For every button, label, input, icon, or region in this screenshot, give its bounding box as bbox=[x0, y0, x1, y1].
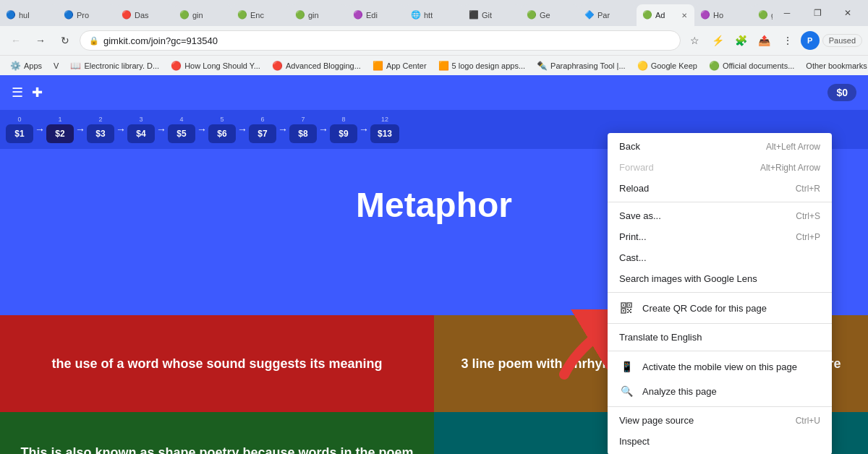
step-box-9[interactable]: $9 bbox=[330, 124, 357, 143]
menu-item-mobile[interactable]: 📱 Activate the mobile view on this page bbox=[608, 354, 832, 379]
main-content: ☰ ✚ $0 0 $1 → 1 bbox=[0, 75, 868, 454]
step-box-2[interactable]: $2 bbox=[46, 124, 74, 143]
menu-item-forward[interactable]: Forward Alt+Right Arrow bbox=[608, 157, 832, 178]
menu-divider-5 bbox=[608, 406, 832, 407]
menu-item-google-lens[interactable]: Search images with Google Lens bbox=[608, 268, 832, 289]
svg-rect-4 bbox=[629, 304, 630, 306]
bookmark-logo[interactable]: 🟧 5 logo design apps... bbox=[434, 59, 530, 72]
bookmark-library[interactable]: 📖 Electronic library. D... bbox=[66, 59, 163, 72]
official-icon: 🟢 bbox=[709, 61, 720, 71]
bookmark-appcenter[interactable]: 🟧 App Center bbox=[368, 59, 431, 72]
step-12: 12 $13 bbox=[370, 116, 399, 143]
tab-label-hul: hul bbox=[19, 11, 30, 20]
tab-git[interactable]: ⬛ Git bbox=[463, 4, 521, 26]
tab-edi[interactable]: 🟣 Edi bbox=[347, 4, 405, 26]
lock-icon: 🔒 bbox=[89, 36, 99, 46]
minimize-button[interactable]: ─ bbox=[773, 0, 801, 26]
extensions-icon[interactable]: 🧩 bbox=[731, 30, 752, 51]
bookmark-advblog[interactable]: 🔴 Advanced Blogging... bbox=[268, 59, 365, 72]
bookmark-howlong[interactable]: 🔴 How Long Should Y... bbox=[166, 59, 265, 72]
context-menu: Back Alt+Left Arrow Forward Alt+Right Ar… bbox=[608, 133, 832, 454]
step-box-1[interactable]: $1 bbox=[6, 124, 33, 143]
bookmark-apps[interactable]: ⚙️ Apps bbox=[6, 59, 46, 72]
menu-item-qr[interactable]: Create QR Code for this page bbox=[608, 296, 832, 320]
plus-icon[interactable]: ✚ bbox=[32, 85, 43, 100]
address-bar: ← → ↻ 🔒 gimkit.com/join?gc=913540 ☆ ⚡ 🧩 … bbox=[0, 26, 868, 55]
menu-item-print[interactable]: Print... Ctrl+P bbox=[608, 226, 832, 247]
tab-das[interactable]: 🔴 Das bbox=[116, 4, 174, 26]
tab-favicon-adv: 🟢 bbox=[642, 10, 652, 20]
tab-ho[interactable]: 🟣 Ho bbox=[694, 4, 752, 26]
tab-label-gget: gget bbox=[771, 11, 773, 20]
tab-enc[interactable]: 🟢 Enc bbox=[231, 4, 289, 26]
omnibox[interactable]: 🔒 gimkit.com/join?gc=913540 bbox=[80, 30, 681, 51]
step-num-1: 1 bbox=[58, 116, 61, 123]
answer-box-1[interactable]: the use of a word whose sound suggests i… bbox=[0, 315, 434, 412]
step-box-3[interactable]: $3 bbox=[87, 124, 114, 143]
bookmark-keep[interactable]: 🟡 Google Keep bbox=[633, 59, 702, 72]
bookmark-v[interactable]: V bbox=[49, 60, 63, 72]
send-tab-icon[interactable]: 📤 bbox=[754, 30, 775, 51]
step-box-5[interactable]: $5 bbox=[168, 124, 195, 143]
answer-box-3[interactable]: This is also known as shape poetry becau… bbox=[0, 412, 434, 454]
bookmark-paraphrase[interactable]: ✒️ Paraphrasing Tool |... bbox=[532, 59, 630, 72]
menu-item-viewsource[interactable]: View page source Ctrl+U bbox=[608, 410, 832, 431]
menu-item-back-shortcut: Alt+Left Arrow bbox=[766, 142, 820, 152]
tab-pro[interactable]: 🔵 Pro bbox=[58, 4, 116, 26]
step-box-4[interactable]: $4 bbox=[127, 124, 155, 143]
bookmark-official[interactable]: 🟢 Official documents... bbox=[705, 59, 799, 72]
step-num-12: 12 bbox=[381, 116, 388, 123]
answer-text-3: This is also known as shape poetry becau… bbox=[20, 445, 414, 454]
tab-htt[interactable]: 🌐 htt bbox=[405, 4, 463, 26]
step-box-13[interactable]: $13 bbox=[370, 124, 399, 143]
menu-item-cast-label: Cast... bbox=[619, 252, 820, 263]
step-box-7[interactable]: $7 bbox=[249, 124, 276, 143]
tab-hul[interactable]: 🔵 hul bbox=[0, 4, 58, 26]
reload-button[interactable]: ↻ bbox=[55, 30, 75, 51]
bookmark-star-icon[interactable]: ☆ bbox=[685, 30, 705, 51]
menu-item-print-label: Print... bbox=[619, 231, 787, 242]
paused-badge[interactable]: Paused bbox=[822, 34, 862, 47]
menu-item-inspect[interactable]: Inspect bbox=[608, 431, 832, 452]
tab-favicon-gin2: 🟢 bbox=[295, 10, 305, 20]
library-icon: 📖 bbox=[70, 61, 81, 71]
menu-item-cast[interactable]: Cast... bbox=[608, 247, 832, 268]
menu-item-translate[interactable]: Translate to English bbox=[608, 327, 832, 348]
tab-gin2[interactable]: 🟢 gin bbox=[289, 4, 347, 26]
svg-rect-9 bbox=[629, 310, 630, 312]
back-button[interactable]: ← bbox=[6, 30, 26, 51]
tab-ge[interactable]: 🟢 Ge bbox=[521, 4, 579, 26]
forward-button[interactable]: → bbox=[30, 30, 51, 51]
menu-item-back[interactable]: Back Alt+Left Arrow bbox=[608, 136, 832, 157]
step-box-8[interactable]: $8 bbox=[289, 124, 317, 143]
tab-label-htt: htt bbox=[424, 11, 433, 20]
svg-rect-8 bbox=[630, 309, 631, 310]
menu-item-analyze[interactable]: 🔍 Analyze this page bbox=[608, 379, 832, 403]
tab-close-adv[interactable]: ✕ bbox=[680, 10, 689, 21]
tab-label-pro: Pro bbox=[77, 11, 89, 20]
more-tools-icon[interactable]: ⋮ bbox=[778, 30, 798, 51]
step-box-6[interactable]: $6 bbox=[208, 124, 236, 143]
close-button[interactable]: ✕ bbox=[833, 0, 862, 26]
bookmark-keep-label: Google Keep bbox=[651, 61, 697, 70]
svg-rect-6 bbox=[623, 310, 624, 312]
tab-adv-active[interactable]: 🟢 Ad ✕ bbox=[637, 4, 694, 26]
other-bookmarks[interactable]: Other bookmarks bbox=[801, 60, 868, 72]
step-4: 4 $5 → bbox=[168, 116, 208, 143]
menu-item-forward-shortcut: Alt+Right Arrow bbox=[760, 163, 820, 173]
step-1: 1 $2 → bbox=[46, 116, 87, 143]
restore-button[interactable]: ❐ bbox=[803, 0, 832, 26]
performance-icon[interactable]: ⚡ bbox=[708, 30, 728, 51]
tab-gget[interactable]: 🟢 gget bbox=[752, 4, 773, 26]
tab-gin1[interactable]: 🟢 gin bbox=[174, 4, 231, 26]
window-controls: ─ ❐ ✕ bbox=[773, 0, 868, 26]
tab-par[interactable]: 🔷 Par bbox=[579, 4, 637, 26]
tab-label-gin2: gin bbox=[308, 11, 319, 20]
step-num-6: 6 bbox=[260, 116, 264, 123]
profile-button[interactable]: P bbox=[801, 31, 820, 50]
menu-item-saveas[interactable]: Save as... Ctrl+S bbox=[608, 205, 832, 226]
menu-item-analyze-label: Analyze this page bbox=[642, 386, 820, 397]
hamburger-menu-icon[interactable]: ☰ bbox=[12, 85, 23, 100]
tab-label-ho: Ho bbox=[713, 11, 723, 20]
menu-item-reload[interactable]: Reload Ctrl+R bbox=[608, 178, 832, 199]
